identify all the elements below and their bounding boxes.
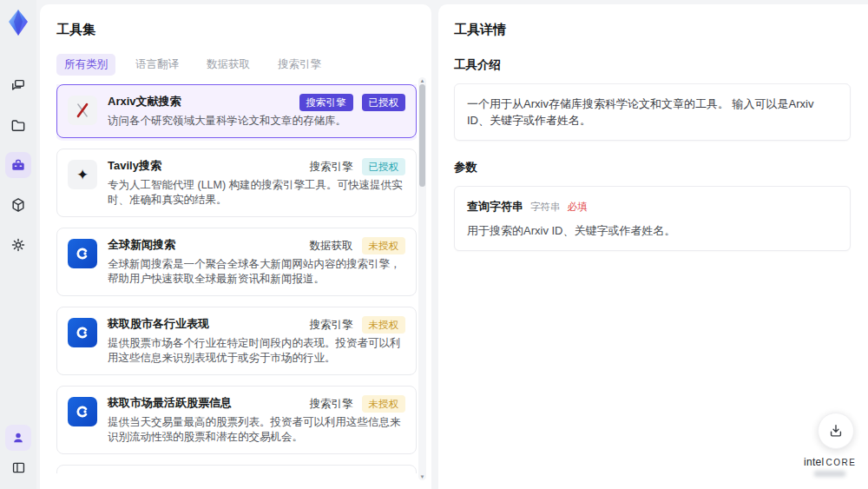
tool-detail-panel: 工具详情 工具介绍 一个用于从Arxiv存储库搜索科学论文和文章的工具。 输入可… [438,4,868,489]
folder-nav-icon[interactable] [5,112,31,138]
param-name: 查询字符串 [467,198,523,215]
tool-description: 访问各个研究领域大量科学论文和文章的存储库。 [108,114,405,129]
tool-card-global-news[interactable]: 全球新闻搜索 数据获取 未授权 全球新闻搜索是一个聚合全球各大新闻网站内容的搜索… [56,228,417,296]
page-title: 工具集 [56,22,431,38]
auth-status-badge: 未授权 [362,316,406,334]
category-tabs: 所有类别 语言翻译 数据获取 搜索引擎 [56,54,431,76]
scrollbar-thumb[interactable] [419,84,425,187]
params-heading: 参数 [454,160,851,175]
download-button[interactable] [818,413,854,449]
tool-description: 提供股票市场各个行业在特定时间段内的表现。投资者可以利用这些信息来识别表现优于或… [108,336,405,366]
intro-heading: 工具介绍 [454,57,851,73]
qianfan-blue-icon [68,239,97,268]
tab-translation[interactable]: 语言翻译 [128,54,187,76]
tool-description: 专为人工智能代理 (LLM) 构建的搜索引擎工具。可快速提供实时、准确和真实的结… [108,178,405,208]
scrollbar-up-arrow[interactable]: ▲ [418,77,426,84]
list-scrollbar[interactable]: ▲ ▼ [418,77,426,480]
category-label: 搜索引擎 [310,160,353,175]
tool-card-industry-performance[interactable]: 获取股市各行业表现 搜索引擎 未授权 提供股票市场各个行业在特定时间段内的表现。… [56,307,417,375]
tool-card-tavily[interactable]: ✦ Tavily搜索 搜索引擎 已授权 专为人工智能代理 (LLM) 构建的搜索… [56,149,417,217]
arxiv-icon [68,96,97,125]
tool-card-arxiv[interactable]: Arxiv文献搜索 搜索引擎 已授权 访问各个研究领域大量科学论文和文章的存储库… [56,84,417,138]
auth-status-badge: 已授权 [362,158,406,175]
app-logo[interactable] [5,8,31,37]
cube-nav-icon[interactable] [5,192,31,218]
tool-name: 获取市场最活跃股票信息 [108,395,232,411]
tool-card-active-stocks[interactable]: 获取市场最活跃股票信息 搜索引擎 未授权 提供当天交易量最高的股票列表。投资者可… [56,386,417,454]
qianfan-blue-icon [68,318,97,347]
category-badge: 搜索引擎 [299,94,353,111]
param-box: 查询字符串 字符串 必填 用于搜索的Arxiv ID、关键字或作者姓名。 [454,186,851,251]
category-label: 数据获取 [310,239,353,254]
settings-gear-icon[interactable] [5,232,31,258]
tool-name: Arxiv文献搜索 [108,94,181,109]
tab-all-categories[interactable]: 所有类别 [56,54,115,76]
tool-name: Tavily搜索 [108,158,161,174]
qianfan-blue-icon [68,397,97,426]
tool-name: 全球新闻搜索 [108,237,175,253]
intel-text: intel [804,456,825,468]
sidebar-toggle-icon[interactable] [5,454,31,480]
param-description: 用于搜索的Arxiv ID、关键字或作者姓名。 [467,222,838,239]
tool-card-regional-news[interactable]: 万维地区新闻查询 搜索引擎 未授权 查询具体行政区划内的新闻，快速了解各地新闻动 [56,465,417,473]
tool-name: 获取股市各行业表现 [108,316,209,332]
blurred-badge [814,471,845,477]
tool-description: 全球新闻搜索是一个聚合全球各大新闻网站内容的搜索引擎，帮助用户快速获取全球最新资… [108,257,405,287]
nav-rail [0,0,36,489]
toolbox-nav-icon[interactable] [5,152,31,178]
tab-search-engine[interactable]: 搜索引擎 [270,54,329,76]
intel-core-logo: intelCORE [804,453,856,477]
detail-title: 工具详情 [454,22,851,38]
category-label: 搜索引擎 [310,397,353,412]
tavily-star-icon: ✦ [68,160,97,189]
param-required-flag: 必填 [568,199,588,215]
user-profile-icon[interactable] [5,425,31,451]
auth-status-badge: 未授权 [362,237,406,254]
tool-list: Arxiv文献搜索 搜索引擎 已授权 访问各个研究领域大量科学论文和文章的存储库… [56,84,417,473]
param-type: 字符串 [530,199,561,215]
auth-status-badge: 已授权 [362,94,406,111]
chat-nav-icon[interactable] [5,72,31,98]
scrollbar-down-arrow[interactable]: ▼ [418,473,426,480]
tab-data-fetch[interactable]: 数据获取 [199,54,258,76]
tool-list-panel: 工具集 所有类别 语言翻译 数据获取 搜索引擎 Arxiv文献搜索 搜索引擎 已… [40,4,431,489]
core-text: CORE [826,458,857,467]
intro-text-box: 一个用于从Arxiv存储库搜索科学论文和文章的工具。 输入可以是Arxiv ID… [454,83,851,141]
auth-status-badge: 未授权 [362,395,406,413]
category-label: 搜索引擎 [310,318,353,333]
tool-description: 提供当天交易量最高的股票列表。投资者可以利用这些信息来识别流动性强的股票和潜在的… [108,415,405,445]
